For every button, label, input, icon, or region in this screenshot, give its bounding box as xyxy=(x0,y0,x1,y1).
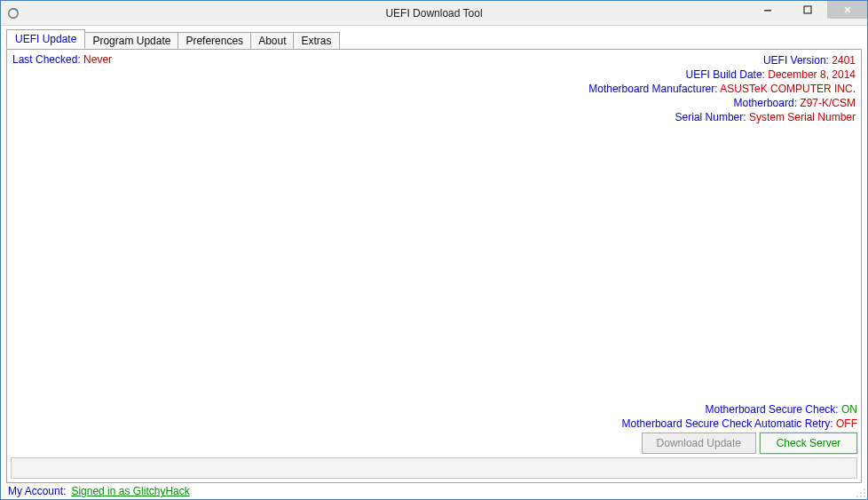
secure-check-value: ON xyxy=(841,403,857,416)
svg-point-4 xyxy=(860,492,862,494)
secure-check-info: Motherboard Secure Check: ON Motherboard… xyxy=(11,402,857,431)
maximize-button[interactable] xyxy=(787,1,827,19)
tabstrip: UEFI Update Program Update Preferences A… xyxy=(6,29,862,49)
svg-rect-2 xyxy=(804,6,811,13)
motherboard-value: Z97-K/CSM xyxy=(800,97,856,109)
tab-about[interactable]: About xyxy=(251,32,294,50)
svg-point-6 xyxy=(856,496,858,497)
signed-in-link[interactable]: Signed in as GlitchyHack xyxy=(71,485,189,497)
window-title: UEFI Download Tool xyxy=(1,7,867,20)
secure-retry-label: Motherboard Secure Check Automatic Retry… xyxy=(622,417,833,430)
tab-extras[interactable]: Extras xyxy=(294,32,339,50)
last-checked: Last Checked: Never xyxy=(12,53,112,66)
resize-grip-icon[interactable] xyxy=(854,486,866,498)
account-label: My Account: xyxy=(8,485,66,497)
minimize-button[interactable] xyxy=(747,1,787,19)
last-checked-label: Last Checked: xyxy=(12,53,81,66)
last-checked-value: Never xyxy=(83,53,112,66)
tab-program-update[interactable]: Program Update xyxy=(85,32,178,50)
motherboard-label: Motherboard: xyxy=(734,97,797,109)
uefi-version-value: 2401 xyxy=(832,54,856,67)
footer: My Account: Signed in as GlitchyHack xyxy=(6,483,862,497)
uefi-build-date-value: December 8, 2014 xyxy=(768,68,856,81)
close-button[interactable] xyxy=(827,1,867,19)
tab-uefi-update[interactable]: UEFI Update xyxy=(6,29,85,49)
status-area xyxy=(11,457,857,479)
svg-point-5 xyxy=(864,492,865,494)
secure-retry-value: OFF xyxy=(836,417,857,430)
serial-number-label: Serial Number: xyxy=(675,111,746,123)
uefi-version-label: UEFI Version: xyxy=(763,54,829,67)
check-server-button[interactable]: Check Server xyxy=(760,433,857,454)
system-info: UEFI Version: 2401 UEFI Build Date: Dece… xyxy=(588,53,856,124)
svg-point-7 xyxy=(860,496,862,497)
tabpanel-uefi-update: Last Checked: Never UEFI Version: 2401 U… xyxy=(6,49,862,483)
mobo-manufacturer-value: ASUSTeK COMPUTER INC. xyxy=(720,83,856,95)
mobo-manufacturer-label: Motherboard Manufacturer: xyxy=(588,83,717,95)
titlebar: UEFI Download Tool xyxy=(1,1,867,26)
svg-point-3 xyxy=(864,488,865,490)
secure-check-label: Motherboard Secure Check: xyxy=(706,403,839,416)
download-update-button[interactable]: Download Update xyxy=(642,433,756,454)
window-controls xyxy=(747,1,867,25)
svg-point-8 xyxy=(864,496,865,497)
svg-rect-1 xyxy=(764,10,771,12)
tab-preferences[interactable]: Preferences xyxy=(178,32,251,50)
uefi-build-date-label: UEFI Build Date: xyxy=(686,68,765,81)
serial-number-value: System Serial Number xyxy=(749,111,856,123)
app-icon xyxy=(6,6,20,20)
button-row: Download Update Check Server xyxy=(11,433,857,454)
